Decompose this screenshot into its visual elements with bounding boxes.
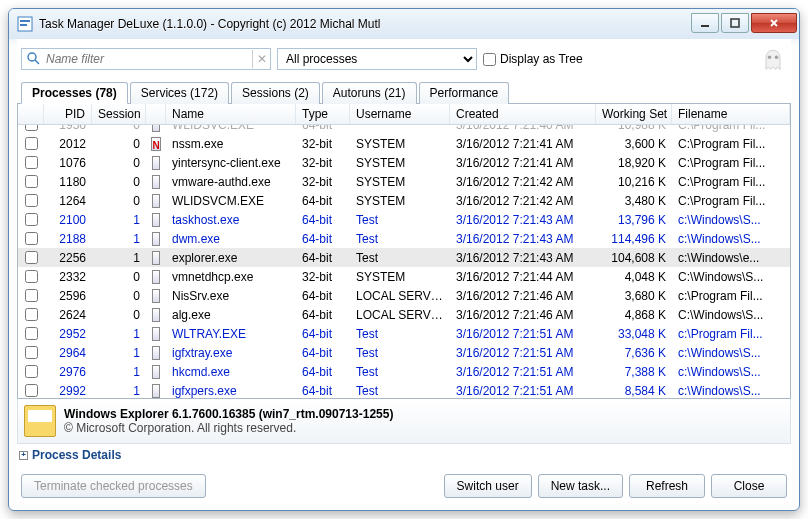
col-name[interactable]: Name	[166, 104, 296, 124]
filter-box[interactable]: ✕	[21, 48, 271, 70]
col-workingset[interactable]: Working Set	[596, 104, 672, 124]
process-icon	[152, 232, 160, 246]
filter-input[interactable]	[46, 50, 252, 68]
table-row[interactable]: 25960NisSrv.exe64-bitLOCAL SERVICE3/16/2…	[18, 286, 790, 305]
process-icon	[152, 194, 160, 208]
process-icon	[152, 125, 160, 132]
row-checkbox[interactable]	[25, 327, 38, 340]
new-task-button[interactable]: New task...	[538, 474, 623, 498]
table-row[interactable]: 19560WLIDSVC.EXE64-bit3/16/2012 7:21:40 …	[18, 125, 790, 134]
row-checkbox[interactable]	[25, 125, 38, 131]
row-checkbox[interactable]	[25, 308, 38, 321]
process-icon	[152, 270, 160, 284]
row-checkbox[interactable]	[25, 251, 38, 264]
process-icon	[152, 289, 160, 303]
minimize-button[interactable]	[691, 13, 719, 33]
col-pid[interactable]: PID	[44, 104, 92, 124]
close-button[interactable]	[751, 13, 797, 33]
process-icon	[152, 213, 160, 227]
row-checkbox[interactable]	[25, 137, 38, 150]
grid-header[interactable]: PID Session Name Type Username Created W…	[18, 104, 790, 125]
process-icon	[152, 308, 160, 322]
app-icon	[17, 16, 33, 32]
col-session[interactable]: Session	[92, 104, 146, 124]
window-title: Task Manager DeLuxe (1.1.0.0) - Copyrigh…	[39, 17, 691, 31]
row-checkbox[interactable]	[25, 213, 38, 226]
col-type[interactable]: Type	[296, 104, 350, 124]
search-icon	[26, 51, 42, 67]
svg-point-5	[28, 53, 36, 61]
row-checkbox[interactable]	[25, 365, 38, 378]
grid-body[interactable]: 19560WLIDSVC.EXE64-bit3/16/2012 7:21:40 …	[18, 125, 790, 398]
detail-copyright: © Microsoft Corporation. All rights rese…	[64, 421, 393, 435]
svg-rect-2	[20, 24, 27, 26]
process-grid: PID Session Name Type Username Created W…	[17, 104, 791, 399]
table-row[interactable]: 22561explorer.exe64-bitTest3/16/2012 7:2…	[18, 248, 790, 267]
svg-rect-3	[701, 25, 709, 27]
tab[interactable]: Services (172)	[130, 82, 229, 104]
row-checkbox[interactable]	[25, 346, 38, 359]
process-details-expander[interactable]: + Process Details	[17, 444, 791, 466]
svg-point-7	[768, 56, 772, 60]
tab-bar: Processes (78)Services (172)Sessions (2)…	[17, 81, 791, 104]
col-filename[interactable]: Filename	[672, 104, 790, 124]
refresh-button[interactable]: Refresh	[629, 474, 705, 498]
display-tree-checkbox[interactable]	[483, 53, 496, 66]
row-checkbox[interactable]	[25, 289, 38, 302]
detail-title: Windows Explorer 6.1.7600.16385 (win7_rt…	[64, 407, 393, 421]
tab[interactable]: Performance	[419, 82, 510, 104]
row-checkbox[interactable]	[25, 384, 38, 397]
svg-line-6	[35, 60, 39, 64]
table-row[interactable]: 20120Nnssm.exe32-bitSYSTEM3/16/2012 7:21…	[18, 134, 790, 153]
folder-icon	[24, 405, 56, 437]
row-checkbox[interactable]	[25, 156, 38, 169]
table-row[interactable]: 23320vmnetdhcp.exe32-bitSYSTEM3/16/2012 …	[18, 267, 790, 286]
col-username[interactable]: Username	[350, 104, 450, 124]
row-checkbox[interactable]	[25, 175, 38, 188]
process-icon	[152, 384, 160, 398]
display-tree-toggle[interactable]: Display as Tree	[483, 52, 583, 66]
table-row[interactable]: 29521WLTRAY.EXE64-bitTest3/16/2012 7:21:…	[18, 324, 790, 343]
clear-filter-icon[interactable]: ✕	[252, 50, 270, 68]
row-checkbox[interactable]	[25, 232, 38, 245]
close-app-button[interactable]: Close	[711, 474, 787, 498]
process-icon	[152, 251, 160, 265]
row-checkbox[interactable]	[25, 270, 38, 283]
tab[interactable]: Autoruns (21)	[322, 82, 417, 104]
tab[interactable]: Sessions (2)	[231, 82, 320, 104]
svg-rect-1	[20, 20, 30, 22]
table-row[interactable]: 29641igfxtray.exe64-bitTest3/16/2012 7:2…	[18, 343, 790, 362]
table-row[interactable]: 10760yintersync-client.exe32-bitSYSTEM3/…	[18, 153, 790, 172]
row-checkbox[interactable]	[25, 194, 38, 207]
table-row[interactable]: 29921igfxpers.exe64-bitTest3/16/2012 7:2…	[18, 381, 790, 398]
detail-bar: Windows Explorer 6.1.7600.16385 (win7_rt…	[17, 399, 791, 444]
col-created[interactable]: Created	[450, 104, 596, 124]
process-icon: N	[151, 137, 160, 151]
table-row[interactable]: 11800vmware-authd.exe32-bitSYSTEM3/16/20…	[18, 172, 790, 191]
ghost-icon	[759, 45, 787, 73]
button-bar: Terminate checked processes Switch user …	[17, 466, 791, 502]
table-row[interactable]: 12640WLIDSVCM.EXE64-bitSYSTEM3/16/2012 7…	[18, 191, 790, 210]
switch-user-button[interactable]: Switch user	[444, 474, 532, 498]
table-row[interactable]: 21001taskhost.exe64-bitTest3/16/2012 7:2…	[18, 210, 790, 229]
app-window: Task Manager DeLuxe (1.1.0.0) - Copyrigh…	[8, 8, 800, 511]
terminate-button[interactable]: Terminate checked processes	[21, 474, 206, 498]
process-icon	[152, 156, 160, 170]
process-filter-combo[interactable]: All processes	[277, 48, 477, 70]
maximize-button[interactable]	[721, 13, 749, 33]
process-icon	[152, 365, 160, 379]
svg-point-8	[775, 56, 779, 60]
process-icon	[152, 327, 160, 341]
titlebar[interactable]: Task Manager DeLuxe (1.1.0.0) - Copyrigh…	[9, 9, 799, 39]
toolbar: ✕ All processes Display as Tree	[17, 39, 791, 79]
tab[interactable]: Processes (78)	[21, 82, 128, 104]
plus-icon: +	[19, 451, 28, 460]
svg-rect-4	[731, 19, 739, 27]
table-row[interactable]: 21881dwm.exe64-bitTest3/16/2012 7:21:43 …	[18, 229, 790, 248]
process-icon	[152, 346, 160, 360]
process-icon	[152, 175, 160, 189]
table-row[interactable]: 29761hkcmd.exe64-bitTest3/16/2012 7:21:5…	[18, 362, 790, 381]
table-row[interactable]: 26240alg.exe64-bitLOCAL SERVICE3/16/2012…	[18, 305, 790, 324]
